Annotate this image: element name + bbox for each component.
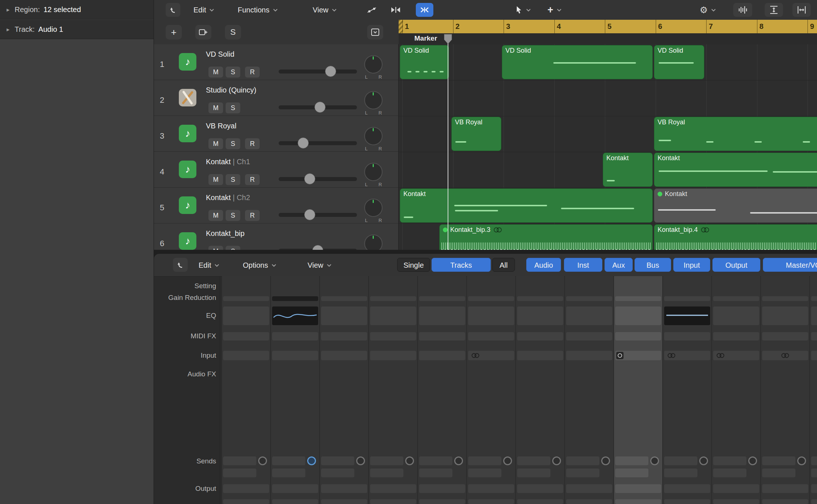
bar-ruler[interactable]: 123456789 <box>399 20 817 33</box>
send-slot-2[interactable] <box>811 469 817 477</box>
send-knob[interactable] <box>650 456 659 465</box>
ruler-bar-7[interactable]: 7 <box>706 20 713 33</box>
eq-display-slot[interactable] <box>615 306 661 325</box>
output-slot[interactable] <box>517 484 563 493</box>
eq-display-slot[interactable] <box>811 306 817 325</box>
send-slot-2[interactable] <box>664 469 697 477</box>
volume-slider-knob[interactable] <box>312 245 323 250</box>
track-solo-button[interactable]: S <box>226 102 240 113</box>
midi-fx-slot[interactable] <box>615 332 661 341</box>
track-header-3[interactable]: 3♪VB RoyalMSRLR <box>154 116 399 152</box>
send-slot-1[interactable] <box>762 456 795 465</box>
input-slot[interactable] <box>272 351 318 360</box>
view-all-button[interactable]: All <box>492 258 515 272</box>
mixer-channel-2[interactable] <box>271 276 319 504</box>
mixer-channel-5[interactable] <box>418 276 466 504</box>
track-mute-button[interactable]: M <box>208 138 223 149</box>
send-slot-1[interactable] <box>468 456 501 465</box>
region-kontakt[interactable]: Kontakt <box>603 153 653 187</box>
eq-display-slot[interactable] <box>762 306 808 325</box>
filter-bus-button[interactable]: Bus <box>635 258 671 272</box>
track-solo-button[interactable]: S <box>226 246 240 250</box>
region-vb-royal[interactable]: VB Royal <box>654 117 817 151</box>
send-knob[interactable] <box>601 456 610 465</box>
eq-display-slot[interactable] <box>664 306 710 325</box>
mixer-edit-menu[interactable]: Edit <box>199 260 219 271</box>
send-slot-1[interactable] <box>321 456 354 465</box>
add-track-button[interactable]: + <box>166 25 182 40</box>
send-slot-1[interactable] <box>664 456 697 465</box>
midi-fx-slot[interactable] <box>370 332 416 341</box>
input-slot[interactable] <box>713 351 759 360</box>
waveform-zoom-button[interactable] <box>733 3 752 17</box>
track-header-2[interactable]: 2Studio (Quincy)MSLR <box>154 80 399 116</box>
output-slot[interactable] <box>615 484 661 493</box>
input-slot[interactable] <box>223 351 269 360</box>
volume-slider[interactable] <box>279 69 357 74</box>
ruler-bar-5[interactable]: 5 <box>605 20 611 33</box>
send-slot-1[interactable] <box>370 456 403 465</box>
track-header-6[interactable]: 6♪Kontakt_bipMSLR <box>154 223 399 250</box>
send-knob[interactable] <box>454 456 463 465</box>
send-knob[interactable] <box>356 456 365 465</box>
playhead-line[interactable] <box>448 44 448 250</box>
back-arrow-button[interactable] <box>166 3 180 17</box>
bottom-slot[interactable] <box>370 499 416 504</box>
command-click-tool-menu[interactable]: + <box>547 4 562 15</box>
eq-display-slot[interactable] <box>272 306 318 325</box>
output-slot[interactable] <box>762 484 808 493</box>
input-slot[interactable] <box>370 351 416 360</box>
eq-display-slot[interactable] <box>223 306 269 325</box>
volume-slider-knob[interactable] <box>304 173 315 184</box>
pointer-tool-menu[interactable] <box>515 4 531 15</box>
midi-fx-slot[interactable] <box>272 332 318 341</box>
disclosure-triangle-icon[interactable]: ▸ <box>7 6 10 13</box>
send-slot-1[interactable] <box>811 456 817 465</box>
volume-slider[interactable] <box>279 141 357 145</box>
midi-fx-slot[interactable] <box>664 332 710 341</box>
ruler-bar-3[interactable]: 3 <box>504 20 510 33</box>
send-knob[interactable] <box>748 456 757 465</box>
send-slot-1[interactable] <box>615 456 648 465</box>
track-mute-button[interactable]: M <box>208 210 223 221</box>
mixer-channel-6[interactable] <box>467 276 515 504</box>
region-vd-solid[interactable]: VD Solid <box>654 45 704 79</box>
input-slot[interactable] <box>468 351 514 360</box>
send-slot-1[interactable] <box>713 456 746 465</box>
track-mute-button[interactable]: M <box>208 102 223 113</box>
solo-button[interactable]: S <box>225 25 241 40</box>
bottom-slot[interactable] <box>713 499 759 504</box>
bottom-slot[interactable] <box>321 499 367 504</box>
midi-fx-slot[interactable] <box>811 332 817 341</box>
mixer-channel-11[interactable] <box>712 276 760 504</box>
filter-input-button[interactable]: Input <box>673 258 710 272</box>
midi-fx-slot[interactable] <box>566 332 612 341</box>
track-mute-button[interactable]: M <box>208 174 223 185</box>
bottom-slot[interactable] <box>223 499 269 504</box>
ruler-bar-1[interactable]: 1 <box>402 20 409 33</box>
eq-display-slot[interactable] <box>566 306 612 325</box>
track-record-button[interactable]: R <box>245 210 260 221</box>
eq-display-slot[interactable] <box>419 306 465 325</box>
track-record-button[interactable]: R <box>245 174 260 185</box>
pan-knob[interactable] <box>364 234 383 250</box>
input-slot[interactable] <box>517 351 563 360</box>
input-slot[interactable] <box>664 351 710 360</box>
catch-playhead-button[interactable] <box>416 3 433 17</box>
send-knob[interactable] <box>699 456 708 465</box>
mixer-view-menu[interactable]: View <box>308 260 332 271</box>
region-kontakt-bip-3[interactable]: Kontakt_bip.3 <box>439 224 653 250</box>
bottom-slot[interactable] <box>664 499 710 504</box>
send-slot-1[interactable] <box>223 456 256 465</box>
send-slot-1[interactable] <box>517 456 550 465</box>
mixer-channel-10[interactable] <box>663 276 711 504</box>
region-kontakt[interactable]: Kontakt <box>654 188 817 223</box>
automation-button[interactable] <box>365 4 379 16</box>
pan-knob[interactable] <box>364 91 383 109</box>
midi-fx-slot[interactable] <box>762 332 808 341</box>
send-knob[interactable] <box>258 456 267 465</box>
region-vd-solid[interactable]: VD Solid <box>502 45 653 79</box>
send-slot-2[interactable] <box>762 469 795 477</box>
input-slot[interactable] <box>321 351 367 360</box>
send-knob[interactable] <box>552 456 561 465</box>
